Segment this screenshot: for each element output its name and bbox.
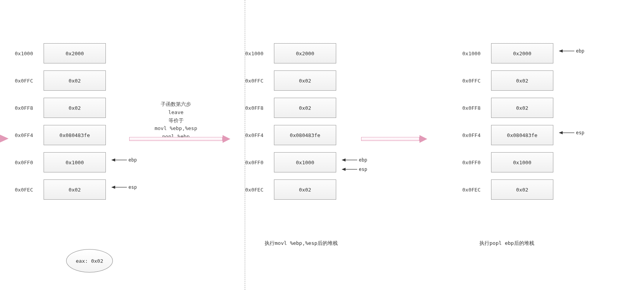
stack-cell: 0x02 bbox=[274, 179, 336, 200]
address-label: 0x0FF4 bbox=[15, 132, 42, 138]
eax-register: eax: 0x02 bbox=[66, 249, 113, 272]
address-label: 0x0FFC bbox=[15, 78, 42, 84]
stack-cell: 0x02 bbox=[44, 70, 106, 91]
address-label: 0x0FF0 bbox=[462, 160, 490, 165]
stack-row: 0x0FF40x080483fe bbox=[462, 121, 553, 149]
svg-marker-6 bbox=[342, 158, 346, 162]
esp-pointer: esp bbox=[559, 130, 584, 135]
stack-row: 0x0FF00x1000 bbox=[462, 149, 553, 176]
stack-row: 0x0FF80x02 bbox=[462, 94, 553, 121]
arrow-transition-2 bbox=[361, 136, 427, 142]
svg-marker-10 bbox=[559, 49, 563, 53]
stack-row: 0x0FFC0x02 bbox=[15, 67, 106, 94]
stack-cell: 0x2000 bbox=[274, 43, 336, 63]
address-label: 0x0FF8 bbox=[15, 105, 42, 111]
address-label: 0x0FF4 bbox=[245, 132, 272, 138]
address-label: 0x0FF8 bbox=[245, 105, 272, 111]
svg-marker-0 bbox=[0, 135, 9, 142]
stack-cell: 0x02 bbox=[44, 179, 106, 200]
stack-after-popl: 0x10000x20000x0FFC0x020x0FF80x020x0FF40x… bbox=[462, 40, 553, 203]
arrow-left-entry-icon bbox=[0, 135, 9, 142]
caption-after-movl: 执行movl %ebp,%esp后的堆栈 bbox=[265, 240, 338, 247]
address-label: 0x0FEC bbox=[462, 187, 490, 193]
stack-cell: 0x2000 bbox=[44, 43, 106, 63]
step-line-4: movl %ebp,%esp bbox=[129, 125, 223, 133]
stack-row: 0x0FEC0x02 bbox=[245, 176, 336, 203]
ebp-pointer: ebp bbox=[342, 157, 367, 163]
stack-row: 0x0FEC0x02 bbox=[462, 176, 553, 203]
address-label: 0x0FF8 bbox=[462, 105, 490, 111]
address-label: 0x0FF0 bbox=[15, 160, 42, 165]
stack-row: 0x0FF00x1000 bbox=[245, 149, 336, 176]
step-line-1: 子函数第六步 bbox=[129, 100, 223, 109]
stack-row: 0x0FF00x1000 bbox=[15, 149, 106, 176]
address-label: 0x0FF4 bbox=[462, 132, 490, 138]
stack-row: 0x0FF80x02 bbox=[245, 94, 336, 121]
caption-after-popl: 执行popl ebp后的堆栈 bbox=[479, 240, 534, 247]
stack-row: 0x10000x2000 bbox=[245, 40, 336, 67]
address-label: 0x0FEC bbox=[245, 187, 272, 193]
address-label: 0x0FEC bbox=[15, 187, 42, 193]
step-line-2: leave bbox=[129, 109, 223, 117]
address-label: 0x1000 bbox=[245, 51, 272, 56]
stack-row: 0x10000x2000 bbox=[15, 40, 106, 67]
stack-cell: 0x1000 bbox=[491, 152, 553, 172]
address-label: 0x1000 bbox=[15, 51, 42, 56]
stack-cell: 0x2000 bbox=[491, 43, 553, 63]
stack-after-movl: 0x10000x20000x0FFC0x020x0FF80x020x0FF40x… bbox=[245, 40, 336, 203]
eax-value: eax: 0x02 bbox=[76, 258, 103, 264]
stack-before: 0x10000x20000x0FFC0x020x0FF80x020x0FF40x… bbox=[15, 40, 106, 203]
address-label: 0x1000 bbox=[462, 51, 490, 56]
svg-marker-4 bbox=[111, 186, 115, 189]
stack-cell: 0x02 bbox=[491, 179, 553, 200]
stack-cell: 0x1000 bbox=[274, 152, 336, 172]
stack-cell: 0x080483fe bbox=[491, 125, 553, 145]
stack-cell: 0x1000 bbox=[44, 152, 106, 172]
stack-cell: 0x02 bbox=[491, 98, 553, 118]
address-label: 0x0FFC bbox=[462, 78, 490, 84]
stack-cell: 0x080483fe bbox=[44, 125, 106, 145]
svg-marker-2 bbox=[111, 158, 115, 162]
stack-cell: 0x02 bbox=[274, 70, 336, 91]
ebp-pointer: ebp bbox=[559, 48, 584, 54]
step-line-3: 等价于 bbox=[129, 117, 223, 125]
stack-row: 0x10000x2000 bbox=[462, 40, 553, 67]
stack-cell: 0x02 bbox=[44, 98, 106, 118]
stack-cell: 0x080483fe bbox=[274, 125, 336, 145]
stack-row: 0x0FF40x080483fe bbox=[245, 121, 336, 149]
stack-cell: 0x02 bbox=[491, 70, 553, 91]
diagram-root: 0x10000x20000x0FFC0x020x0FF80x020x0FF40x… bbox=[0, 0, 644, 290]
svg-marker-8 bbox=[342, 168, 346, 171]
esp-pointer: esp bbox=[342, 167, 367, 172]
stack-row: 0x0FF80x02 bbox=[15, 94, 106, 121]
address-label: 0x0FFC bbox=[245, 78, 272, 84]
ebp-pointer: ebp bbox=[111, 157, 137, 163]
stack-row: 0x0FF40x080483fe bbox=[15, 121, 106, 149]
stack-row: 0x0FFC0x02 bbox=[462, 67, 553, 94]
address-label: 0x0FF0 bbox=[245, 160, 272, 165]
svg-marker-12 bbox=[559, 131, 563, 134]
stack-row: 0x0FEC0x02 bbox=[15, 176, 106, 203]
stack-cell: 0x02 bbox=[274, 98, 336, 118]
stack-row: 0x0FFC0x02 bbox=[245, 67, 336, 94]
arrow-transition-1 bbox=[129, 136, 230, 142]
step-description: 子函数第六步 leave 等价于 movl %ebp,%esp popl %eb… bbox=[129, 100, 223, 141]
esp-pointer: esp bbox=[111, 185, 137, 190]
